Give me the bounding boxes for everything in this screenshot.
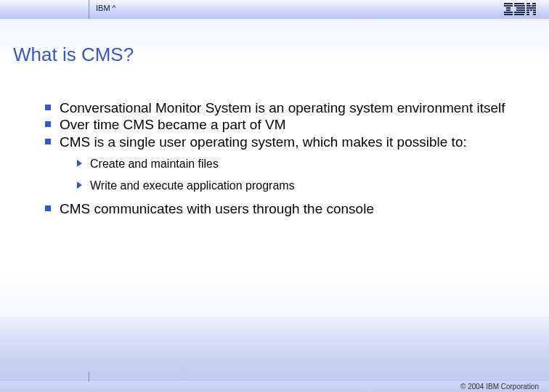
svg-rect-19 (533, 9, 536, 11)
svg-rect-7 (514, 5, 525, 7)
footer-divider (89, 372, 89, 382)
svg-rect-18 (530, 9, 532, 11)
svg-rect-12 (526, 3, 530, 4)
svg-rect-1 (504, 5, 513, 7)
bullet-item: CMS communicates with users through the … (45, 201, 527, 217)
svg-rect-23 (533, 14, 536, 15)
svg-rect-15 (532, 5, 536, 7)
svg-rect-22 (526, 14, 529, 15)
slide: IBM ^ (0, 0, 549, 392)
svg-rect-6 (514, 3, 524, 4)
header-bar: IBM ^ (0, 0, 549, 20)
svg-rect-0 (504, 3, 513, 4)
bullet-item: CMS is a single user operating system, w… (45, 134, 527, 150)
sub-bullet-item: Create and maintain files (77, 158, 527, 171)
bullet-item: Over time CMS became a part of VM (45, 117, 527, 133)
sub-bullet-list: Create and maintain files Write and exec… (77, 158, 527, 192)
ibm-logo-icon (504, 3, 536, 19)
bullet-item: Conversational Monitor System is an oper… (45, 100, 527, 116)
sub-bullet-item: Write and execute application programs (77, 179, 527, 192)
svg-rect-13 (532, 3, 536, 4)
svg-rect-2 (506, 7, 511, 9)
header-divider (89, 0, 89, 19)
svg-rect-11 (514, 14, 524, 15)
svg-rect-9 (516, 9, 525, 11)
svg-rect-20 (526, 12, 529, 13)
footer-region: © 2004 IBM Corporation (0, 317, 549, 392)
svg-rect-17 (526, 9, 529, 11)
copyright-text: © 2004 IBM Corporation (460, 383, 539, 391)
brand-label: IBM ^ (96, 4, 116, 12)
footer-band: © 2004 IBM Corporation (0, 380, 549, 392)
svg-rect-10 (514, 12, 525, 13)
svg-rect-8 (516, 7, 525, 9)
svg-rect-14 (526, 5, 531, 7)
svg-rect-5 (504, 14, 513, 15)
svg-rect-3 (506, 9, 511, 11)
slide-title: What is CMS? (13, 44, 134, 66)
bullet-list: Conversational Monitor System is an oper… (45, 100, 527, 219)
svg-rect-4 (504, 12, 513, 13)
content-area: What is CMS? Conversational Monitor Syst… (0, 19, 549, 317)
svg-rect-21 (533, 12, 536, 13)
svg-rect-16 (526, 7, 536, 9)
